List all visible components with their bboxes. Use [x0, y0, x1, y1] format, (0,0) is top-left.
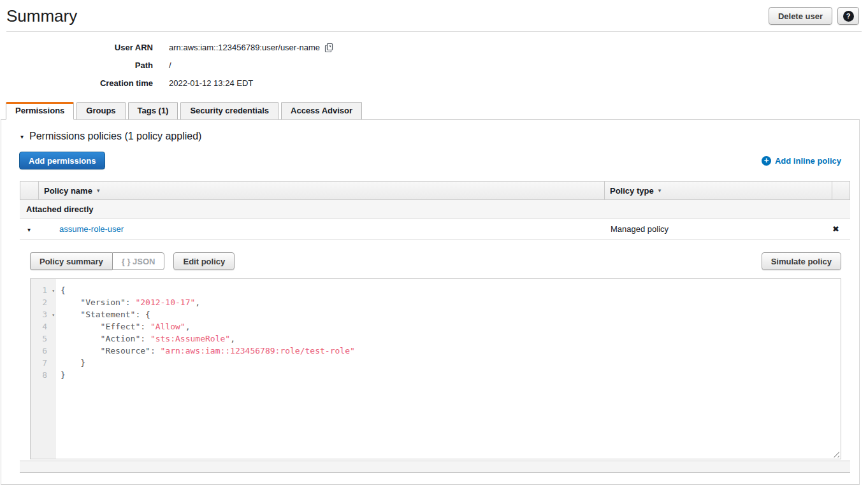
expand-column-header [20, 182, 39, 199]
code-line: } [61, 369, 841, 381]
gutter-line-number: 7 [31, 357, 56, 369]
editor-gutter: 1▾23▾45678 [31, 279, 56, 459]
policy-view-buttons: Policy summary { } JSON Edit policy Simu… [30, 252, 841, 270]
json-policy-editor[interactable]: 1▾23▾45678 { "Version": "2012-10-17", "S… [30, 278, 841, 459]
gutter-line-number: 6 [31, 345, 56, 357]
add-inline-policy-link[interactable]: + Add inline policy [762, 156, 841, 166]
policy-name-column-header[interactable]: Policy name ▾ [39, 182, 604, 199]
table-header: Policy name ▾ Policy type ▾ [20, 181, 850, 200]
policy-type-cell: Managed policy [605, 224, 832, 234]
code-line: "Action": "sts:AssumeRole", [61, 333, 841, 345]
tab-security-credentials[interactable]: Security credentials [180, 102, 278, 120]
detach-cell: ✖ [832, 224, 850, 234]
policy-actions-row: Add permissions + Add inline policy [19, 152, 841, 169]
page-title: Summary [6, 6, 769, 25]
user-details: User ARN arn:aws:iam::123456789:user/use… [0, 43, 868, 88]
gutter-line-number: 3▾ [31, 308, 56, 320]
gutter-line-number: 5 [31, 333, 56, 345]
policy-name-link[interactable]: assume-role-user [59, 224, 124, 234]
detail-label: Path [0, 61, 153, 70]
code-line: } [61, 357, 841, 369]
code-line: "Effect": "Allow", [61, 320, 841, 333]
code-line: { [61, 284, 841, 296]
fold-caret-icon[interactable]: ▾ [52, 285, 55, 297]
user-arn-value: arn:aws:iam::123456789:user/user-name [169, 43, 320, 52]
json-button[interactable]: { } JSON [112, 252, 165, 270]
policy-name-header-label: Policy name [44, 186, 92, 196]
attached-directly-group-row: Attached directly [20, 200, 850, 219]
permissions-policies-section-toggle[interactable]: ▾ Permissions policies (1 policy applied… [20, 131, 859, 142]
collapse-caret-icon: ▾ [20, 133, 24, 140]
gutter-line-number: 4 [31, 320, 56, 333]
code-line: "Statement": { [61, 308, 841, 320]
path-value: / [169, 61, 171, 70]
detail-row-creation-time: Creation time 2022-01-12 13:24 EDT [0, 78, 868, 88]
policy-summary-button[interactable]: Policy summary [30, 252, 112, 270]
detail-value: arn:aws:iam::123456789:user/user-name [169, 43, 335, 53]
sort-arrow-icon: ▾ [97, 187, 100, 194]
detail-row-path: Path / [0, 61, 868, 70]
expanded-policy-view: Policy summary { } JSON Edit policy Simu… [20, 240, 850, 461]
detail-row-user-arn: User ARN arn:aws:iam::123456789:user/use… [0, 43, 868, 52]
copy-icon[interactable] [324, 43, 335, 53]
section-title: Permissions policies (1 policy applied) [29, 131, 201, 142]
header-divider [6, 31, 862, 32]
policy-table: Policy name ▾ Policy type ▾ Attached dir… [20, 181, 850, 473]
gutter-line-number: 8 [31, 369, 56, 381]
tab-access-advisor[interactable]: Access Advisor [281, 102, 362, 120]
plus-icon: + [762, 156, 771, 166]
tab-groups[interactable]: Groups [76, 102, 125, 120]
policy-type-header-label: Policy type [610, 186, 654, 196]
page-header: Summary Delete user ? [0, 0, 868, 25]
sort-arrow-icon: ▾ [658, 187, 662, 194]
delete-user-button[interactable]: Delete user [769, 7, 832, 25]
add-inline-policy-label: Add inline policy [775, 156, 841, 166]
editor-code: { "Version": "2012-10-17", "Statement": … [56, 279, 841, 459]
permissions-tab-panel: ▾ Permissions policies (1 policy applied… [1, 119, 860, 485]
help-button[interactable]: ? [837, 7, 859, 25]
policy-type-column-header[interactable]: Policy type ▾ [604, 182, 832, 199]
row-expand-caret[interactable]: ▾ [20, 224, 38, 234]
detail-label: User ARN [0, 43, 153, 52]
detail-label: Creation time [0, 78, 153, 88]
code-line: "Resource": "arn:aws:iam::123456789:role… [61, 345, 841, 357]
fold-caret-icon[interactable]: ▾ [52, 309, 55, 321]
detach-column-header [832, 182, 850, 199]
expand-caret-icon: ▾ [27, 226, 31, 233]
policy-name-cell: assume-role-user [38, 224, 605, 234]
gutter-line-number: 2 [31, 296, 56, 308]
tab-permissions[interactable]: Permissions [6, 102, 74, 120]
gutter-line-number: 1▾ [31, 284, 56, 296]
policy-row-assume-role-user: ▾ assume-role-user Managed policy ✖ [20, 219, 850, 240]
header-actions: Delete user ? [769, 7, 859, 25]
detach-policy-icon[interactable]: ✖ [832, 224, 839, 234]
code-line: "Version": "2012-10-17", [61, 296, 841, 308]
help-icon: ? [843, 11, 854, 22]
tab-tags[interactable]: Tags (1) [128, 102, 178, 120]
tab-bar: Permissions Groups Tags (1) Security cre… [0, 102, 868, 120]
simulate-policy-button[interactable]: Simulate policy [762, 252, 841, 270]
creation-time-value: 2022-01-12 13:24 EDT [169, 78, 253, 88]
table-footer-strip [20, 461, 850, 473]
edit-policy-button[interactable]: Edit policy [173, 252, 235, 270]
add-permissions-button[interactable]: Add permissions [19, 152, 105, 169]
